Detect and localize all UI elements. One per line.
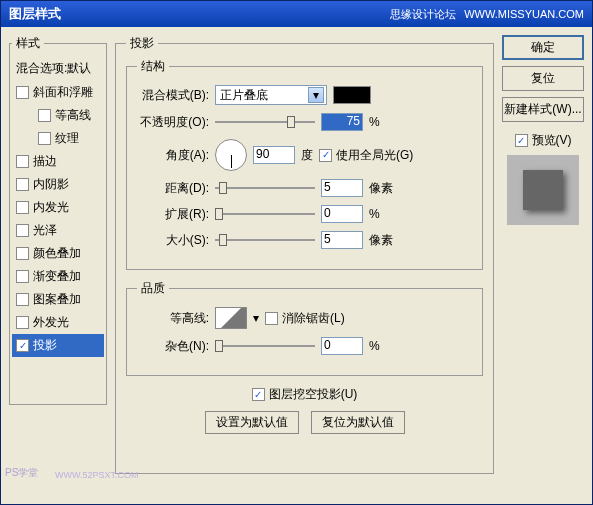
- checkbox-icon[interactable]: [16, 293, 29, 306]
- chevron-down-icon[interactable]: ▾: [308, 87, 324, 103]
- spread-slider[interactable]: [215, 205, 315, 223]
- style-item-satin[interactable]: 光泽: [12, 219, 104, 242]
- distance-slider[interactable]: [215, 179, 315, 197]
- ok-button[interactable]: 确定: [502, 35, 584, 60]
- style-item-gradient-overlay[interactable]: 渐变叠加: [12, 265, 104, 288]
- distance-label: 距离(D):: [137, 180, 209, 197]
- effect-panel: 投影 结构 混合模式(B): 正片叠底 ▾ 不透明度(O):: [115, 35, 494, 474]
- distance-unit: 像素: [369, 180, 399, 197]
- watermark-text: PS学堂: [5, 466, 38, 480]
- style-item-color-overlay[interactable]: 颜色叠加: [12, 242, 104, 265]
- global-light-checkbox[interactable]: 使用全局光(G): [319, 147, 413, 164]
- checkbox-icon[interactable]: [515, 134, 528, 147]
- styles-legend: 样式: [12, 35, 44, 52]
- structure-legend: 结构: [137, 58, 169, 75]
- antialias-checkbox[interactable]: 消除锯齿(L): [265, 310, 345, 327]
- blend-options-header[interactable]: 混合选项:默认: [12, 56, 104, 81]
- quality-fieldset: 品质 等高线: ▾ 消除锯齿(L) 杂色(N): 0: [126, 280, 483, 376]
- angle-label: 角度(A):: [137, 147, 209, 164]
- noise-unit: %: [369, 339, 399, 353]
- style-item-bevel[interactable]: 斜面和浮雕: [12, 81, 104, 104]
- spread-input[interactable]: 0: [321, 205, 363, 223]
- checkbox-icon[interactable]: [16, 247, 29, 260]
- checkbox-icon[interactable]: [265, 312, 278, 325]
- style-item-outer-glow[interactable]: 外发光: [12, 311, 104, 334]
- titlebar-right: 思缘设计论坛 WWW.MISSYUAN.COM: [390, 7, 584, 22]
- size-label: 大小(S):: [137, 232, 209, 249]
- angle-input[interactable]: 90: [253, 146, 295, 164]
- contour-picker[interactable]: [215, 307, 247, 329]
- style-item-stroke[interactable]: 描边: [12, 150, 104, 173]
- opacity-label: 不透明度(O):: [137, 114, 209, 131]
- opacity-slider[interactable]: [215, 113, 315, 131]
- checkbox-icon[interactable]: [16, 155, 29, 168]
- checkbox-icon[interactable]: [16, 178, 29, 191]
- preview-thumbnail: [507, 155, 579, 225]
- preview-checkbox[interactable]: 预览(V): [502, 132, 584, 149]
- checkbox-icon[interactable]: [16, 316, 29, 329]
- knockout-checkbox[interactable]: 图层挖空投影(U): [252, 386, 358, 403]
- forum-text: 思缘设计论坛: [390, 7, 456, 22]
- noise-input[interactable]: 0: [321, 337, 363, 355]
- make-default-button[interactable]: 设置为默认值: [205, 411, 299, 434]
- checkbox-icon[interactable]: [16, 270, 29, 283]
- noise-label: 杂色(N):: [137, 338, 209, 355]
- titlebar: 图层样式 思缘设计论坛 WWW.MISSYUAN.COM: [1, 1, 592, 27]
- checkbox-icon[interactable]: [38, 109, 51, 122]
- opacity-input[interactable]: 75: [321, 113, 363, 131]
- reset-default-button[interactable]: 复位为默认值: [311, 411, 405, 434]
- style-item-inner-glow[interactable]: 内发光: [12, 196, 104, 219]
- style-item-pattern-overlay[interactable]: 图案叠加: [12, 288, 104, 311]
- forum-url: WWW.MISSYUAN.COM: [464, 8, 584, 20]
- noise-slider[interactable]: [215, 337, 315, 355]
- size-input[interactable]: 5: [321, 231, 363, 249]
- checkbox-icon[interactable]: [252, 388, 265, 401]
- styles-fieldset: 样式 混合选项:默认 斜面和浮雕 等高线 纹理 描边 内阴影 内发光 光泽 颜色…: [9, 35, 107, 405]
- effect-legend: 投影: [126, 35, 158, 52]
- size-unit: 像素: [369, 232, 399, 249]
- chevron-down-icon[interactable]: ▾: [253, 311, 259, 325]
- quality-legend: 品质: [137, 280, 169, 297]
- checkbox-icon[interactable]: [16, 224, 29, 237]
- style-item-drop-shadow[interactable]: 投影: [12, 334, 104, 357]
- watermark-url: WWW.52PSXT.COM: [55, 470, 139, 480]
- style-item-texture[interactable]: 纹理: [12, 127, 104, 150]
- contour-label: 等高线:: [137, 310, 209, 327]
- window-title: 图层样式: [9, 5, 61, 23]
- spread-unit: %: [369, 207, 399, 221]
- blend-mode-label: 混合模式(B):: [137, 87, 209, 104]
- size-slider[interactable]: [215, 231, 315, 249]
- checkbox-icon[interactable]: [16, 201, 29, 214]
- spread-label: 扩展(R):: [137, 206, 209, 223]
- blend-mode-select[interactable]: 正片叠底 ▾: [215, 85, 327, 105]
- structure-fieldset: 结构 混合模式(B): 正片叠底 ▾ 不透明度(O): 75 %: [126, 58, 483, 270]
- distance-input[interactable]: 5: [321, 179, 363, 197]
- angle-unit: 度: [301, 147, 313, 164]
- checkbox-icon[interactable]: [16, 86, 29, 99]
- new-style-button[interactable]: 新建样式(W)...: [502, 97, 584, 122]
- style-item-inner-shadow[interactable]: 内阴影: [12, 173, 104, 196]
- angle-dial[interactable]: [215, 139, 247, 171]
- checkbox-icon[interactable]: [319, 149, 332, 162]
- color-swatch[interactable]: [333, 86, 371, 104]
- style-list: 混合选项:默认 斜面和浮雕 等高线 纹理 描边 内阴影 内发光 光泽 颜色叠加 …: [12, 56, 104, 357]
- opacity-unit: %: [369, 115, 399, 129]
- reset-button[interactable]: 复位: [502, 66, 584, 91]
- checkbox-icon[interactable]: [16, 339, 29, 352]
- style-item-contour[interactable]: 等高线: [12, 104, 104, 127]
- checkbox-icon[interactable]: [38, 132, 51, 145]
